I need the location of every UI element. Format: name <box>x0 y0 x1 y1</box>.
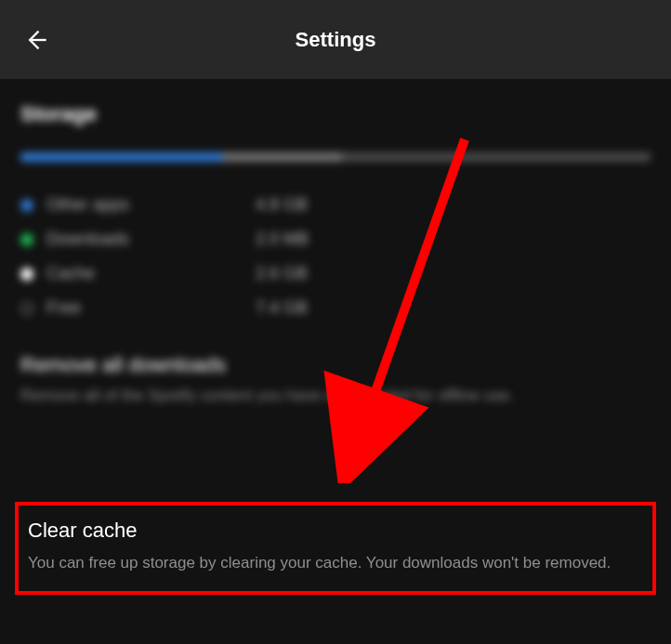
settings-header: Settings <box>0 0 671 79</box>
legend-item-downloads: Downloads 2.0 MB <box>20 222 651 256</box>
storage-section-title: Storage <box>20 102 651 126</box>
legend-item-cache: Cache 2.6 GB <box>20 256 651 291</box>
storage-bar-free <box>342 152 651 162</box>
legend-item-other-apps: Other apps 4.8 GB <box>20 188 651 222</box>
settings-content: Storage Other apps 4.8 GB Downloads 2.0 … <box>0 79 671 407</box>
dot-icon <box>20 302 33 315</box>
clear-cache-description: You can free up storage by clearing your… <box>28 552 643 574</box>
legend-label: Downloads <box>46 230 256 249</box>
clear-cache-item[interactable]: Clear cache You can free up storage by c… <box>15 502 656 595</box>
dot-icon <box>20 268 33 281</box>
storage-legend: Other apps 4.8 GB Downloads 2.0 MB Cache… <box>20 188 651 325</box>
page-title: Settings <box>296 28 376 52</box>
dot-icon <box>20 233 33 246</box>
legend-item-free: Free 7.4 GB <box>20 291 651 325</box>
arrow-left-icon <box>22 27 48 53</box>
legend-label: Other apps <box>46 195 256 215</box>
legend-value: 2.0 MB <box>256 230 309 249</box>
legend-label: Free <box>46 298 256 318</box>
legend-value: 2.6 GB <box>256 264 308 283</box>
storage-usage-bar <box>20 152 651 162</box>
back-button[interactable] <box>20 25 50 55</box>
remove-all-downloads-item[interactable]: Remove all downloads Remove all of the S… <box>20 353 651 407</box>
blurred-background-content: Storage Other apps 4.8 GB Downloads 2.0 … <box>20 102 651 407</box>
dot-icon <box>20 199 33 212</box>
storage-bar-other-apps <box>20 152 222 162</box>
remove-downloads-title: Remove all downloads <box>20 353 651 377</box>
clear-cache-title: Clear cache <box>28 519 643 543</box>
remove-downloads-description: Remove all of the Spotify content you ha… <box>20 385 651 407</box>
legend-value: 7.4 GB <box>256 298 308 318</box>
storage-bar-cache <box>222 152 342 162</box>
legend-label: Cache <box>46 264 256 283</box>
legend-value: 4.8 GB <box>256 195 308 215</box>
